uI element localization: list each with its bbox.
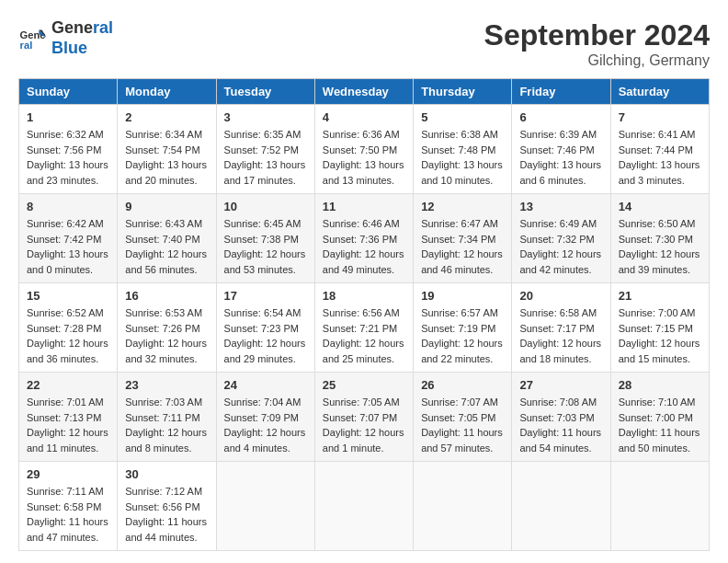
day-number: 12 bbox=[421, 200, 504, 213]
calendar-cell: 14Sunrise: 6:50 AM Sunset: 7:30 PM Dayli… bbox=[610, 194, 709, 283]
weekday-thursday: Thursday bbox=[414, 79, 512, 105]
day-number: 20 bbox=[519, 289, 602, 303]
day-number: 24 bbox=[224, 378, 307, 392]
calendar-cell: 24Sunrise: 7:04 AM Sunset: 7:09 PM Dayli… bbox=[216, 373, 314, 462]
calendar-cell: 15Sunrise: 6:52 AM Sunset: 7:28 PM Dayli… bbox=[19, 283, 118, 373]
calendar-cell: 29Sunrise: 7:11 AM Sunset: 6:58 PM Dayli… bbox=[19, 462, 118, 551]
calendar-cell bbox=[216, 462, 314, 551]
day-number: 29 bbox=[27, 467, 109, 481]
calendar-cell: 10Sunrise: 6:45 AM Sunset: 7:38 PM Dayli… bbox=[216, 194, 314, 283]
calendar-cell: 13Sunrise: 6:49 AM Sunset: 7:32 PM Dayli… bbox=[512, 194, 610, 283]
calendar-week-2: 8Sunrise: 6:42 AM Sunset: 7:42 PM Daylig… bbox=[19, 194, 710, 283]
day-info: Sunrise: 6:35 AM Sunset: 7:52 PM Dayligh… bbox=[224, 127, 307, 188]
weekday-sunday: Sunday bbox=[19, 79, 118, 105]
calendar-cell: 1Sunrise: 6:32 AM Sunset: 7:56 PM Daylig… bbox=[19, 105, 118, 194]
calendar-cell: 28Sunrise: 7:10 AM Sunset: 7:00 PM Dayli… bbox=[610, 373, 709, 462]
day-info: Sunrise: 7:07 AM Sunset: 7:05 PM Dayligh… bbox=[421, 395, 504, 455]
day-info: Sunrise: 7:01 AM Sunset: 7:13 PM Dayligh… bbox=[27, 395, 109, 455]
calendar-cell bbox=[314, 462, 413, 551]
day-number: 10 bbox=[224, 200, 307, 213]
calendar-cell: 16Sunrise: 6:53 AM Sunset: 7:26 PM Dayli… bbox=[118, 283, 216, 373]
day-number: 17 bbox=[224, 289, 307, 303]
day-info: Sunrise: 7:10 AM Sunset: 7:00 PM Dayligh… bbox=[619, 395, 701, 455]
day-number: 1 bbox=[27, 110, 109, 124]
calendar-cell: 4Sunrise: 6:36 AM Sunset: 7:50 PM Daylig… bbox=[314, 105, 413, 194]
location: Gilching, Germany bbox=[484, 52, 710, 69]
day-info: Sunrise: 6:46 AM Sunset: 7:36 PM Dayligh… bbox=[323, 216, 405, 277]
day-info: Sunrise: 6:47 AM Sunset: 7:34 PM Dayligh… bbox=[421, 216, 504, 277]
day-number: 6 bbox=[519, 110, 602, 124]
weekday-wednesday: Wednesday bbox=[314, 79, 413, 105]
day-number: 27 bbox=[519, 378, 602, 392]
day-info: Sunrise: 6:50 AM Sunset: 7:30 PM Dayligh… bbox=[619, 216, 701, 277]
calendar-cell bbox=[414, 462, 512, 551]
weekday-saturday: Saturday bbox=[610, 79, 709, 105]
calendar-cell: 7Sunrise: 6:41 AM Sunset: 7:44 PM Daylig… bbox=[610, 105, 709, 194]
day-number: 8 bbox=[27, 200, 109, 213]
page-header: Gene ral General Blue September 2024 Gil… bbox=[18, 18, 710, 69]
calendar-cell: 27Sunrise: 7:08 AM Sunset: 7:03 PM Dayli… bbox=[512, 373, 610, 462]
weekday-tuesday: Tuesday bbox=[216, 79, 314, 105]
calendar-week-5: 29Sunrise: 7:11 AM Sunset: 6:58 PM Dayli… bbox=[19, 462, 710, 551]
calendar-cell: 26Sunrise: 7:07 AM Sunset: 7:05 PM Dayli… bbox=[414, 373, 512, 462]
calendar-cell bbox=[610, 462, 709, 551]
day-number: 22 bbox=[27, 378, 109, 392]
day-info: Sunrise: 6:49 AM Sunset: 7:32 PM Dayligh… bbox=[519, 216, 602, 277]
day-number: 5 bbox=[421, 110, 504, 124]
day-info: Sunrise: 6:34 AM Sunset: 7:54 PM Dayligh… bbox=[125, 127, 208, 188]
day-info: Sunrise: 6:58 AM Sunset: 7:17 PM Dayligh… bbox=[519, 305, 602, 366]
weekday-monday: Monday bbox=[118, 79, 216, 105]
day-number: 15 bbox=[27, 289, 109, 303]
day-number: 4 bbox=[323, 110, 405, 124]
day-number: 28 bbox=[619, 378, 701, 392]
calendar-cell: 8Sunrise: 6:42 AM Sunset: 7:42 PM Daylig… bbox=[19, 194, 118, 283]
day-number: 19 bbox=[421, 289, 504, 303]
day-info: Sunrise: 7:08 AM Sunset: 7:03 PM Dayligh… bbox=[519, 395, 602, 455]
day-number: 25 bbox=[323, 378, 405, 392]
day-info: Sunrise: 7:11 AM Sunset: 6:58 PM Dayligh… bbox=[27, 484, 109, 545]
calendar-cell: 2Sunrise: 6:34 AM Sunset: 7:54 PM Daylig… bbox=[118, 105, 216, 194]
day-info: Sunrise: 6:53 AM Sunset: 7:26 PM Dayligh… bbox=[125, 305, 208, 366]
calendar-cell: 23Sunrise: 7:03 AM Sunset: 7:11 PM Dayli… bbox=[118, 373, 216, 462]
calendar-cell: 5Sunrise: 6:38 AM Sunset: 7:48 PM Daylig… bbox=[414, 105, 512, 194]
day-info: Sunrise: 6:38 AM Sunset: 7:48 PM Dayligh… bbox=[421, 127, 504, 188]
calendar-cell: 19Sunrise: 6:57 AM Sunset: 7:19 PM Dayli… bbox=[414, 283, 512, 373]
day-number: 7 bbox=[619, 110, 701, 124]
calendar-cell bbox=[512, 462, 610, 551]
day-number: 13 bbox=[519, 200, 602, 213]
month-title: September 2024 bbox=[484, 18, 710, 52]
calendar-cell: 11Sunrise: 6:46 AM Sunset: 7:36 PM Dayli… bbox=[314, 194, 413, 283]
weekday-friday: Friday bbox=[512, 79, 610, 105]
day-number: 26 bbox=[421, 378, 504, 392]
day-info: Sunrise: 6:36 AM Sunset: 7:50 PM Dayligh… bbox=[323, 127, 405, 188]
day-number: 16 bbox=[125, 289, 208, 303]
calendar-cell: 9Sunrise: 6:43 AM Sunset: 7:40 PM Daylig… bbox=[118, 194, 216, 283]
title-block: September 2024 Gilching, Germany bbox=[484, 18, 710, 69]
calendar-cell: 17Sunrise: 6:54 AM Sunset: 7:23 PM Dayli… bbox=[216, 283, 314, 373]
calendar-week-1: 1Sunrise: 6:32 AM Sunset: 7:56 PM Daylig… bbox=[19, 105, 710, 194]
calendar-cell: 20Sunrise: 6:58 AM Sunset: 7:17 PM Dayli… bbox=[512, 283, 610, 373]
calendar-table: SundayMondayTuesdayWednesdayThursdayFrid… bbox=[18, 78, 710, 551]
svg-text:ral: ral bbox=[20, 40, 33, 51]
day-info: Sunrise: 7:05 AM Sunset: 7:07 PM Dayligh… bbox=[323, 395, 405, 455]
day-info: Sunrise: 6:52 AM Sunset: 7:28 PM Dayligh… bbox=[27, 305, 109, 366]
day-number: 23 bbox=[125, 378, 208, 392]
calendar-cell: 30Sunrise: 7:12 AM Sunset: 6:56 PM Dayli… bbox=[118, 462, 216, 551]
day-number: 9 bbox=[125, 200, 208, 213]
day-info: Sunrise: 6:54 AM Sunset: 7:23 PM Dayligh… bbox=[224, 305, 307, 366]
day-number: 14 bbox=[619, 200, 701, 213]
day-number: 18 bbox=[323, 289, 405, 303]
calendar-cell: 18Sunrise: 6:56 AM Sunset: 7:21 PM Dayli… bbox=[314, 283, 413, 373]
day-info: Sunrise: 7:12 AM Sunset: 6:56 PM Dayligh… bbox=[125, 484, 208, 545]
calendar-week-3: 15Sunrise: 6:52 AM Sunset: 7:28 PM Dayli… bbox=[19, 283, 710, 373]
calendar-cell: 21Sunrise: 7:00 AM Sunset: 7:15 PM Dayli… bbox=[610, 283, 709, 373]
day-number: 3 bbox=[224, 110, 307, 124]
calendar-cell: 25Sunrise: 7:05 AM Sunset: 7:07 PM Dayli… bbox=[314, 373, 413, 462]
day-info: Sunrise: 6:39 AM Sunset: 7:46 PM Dayligh… bbox=[519, 127, 602, 188]
calendar-cell: 3Sunrise: 6:35 AM Sunset: 7:52 PM Daylig… bbox=[216, 105, 314, 194]
calendar-week-4: 22Sunrise: 7:01 AM Sunset: 7:13 PM Dayli… bbox=[19, 373, 710, 462]
weekday-header-row: SundayMondayTuesdayWednesdayThursdayFrid… bbox=[19, 79, 710, 105]
calendar-cell: 12Sunrise: 6:47 AM Sunset: 7:34 PM Dayli… bbox=[414, 194, 512, 283]
calendar-cell: 6Sunrise: 6:39 AM Sunset: 7:46 PM Daylig… bbox=[512, 105, 610, 194]
day-info: Sunrise: 6:43 AM Sunset: 7:40 PM Dayligh… bbox=[125, 216, 208, 277]
